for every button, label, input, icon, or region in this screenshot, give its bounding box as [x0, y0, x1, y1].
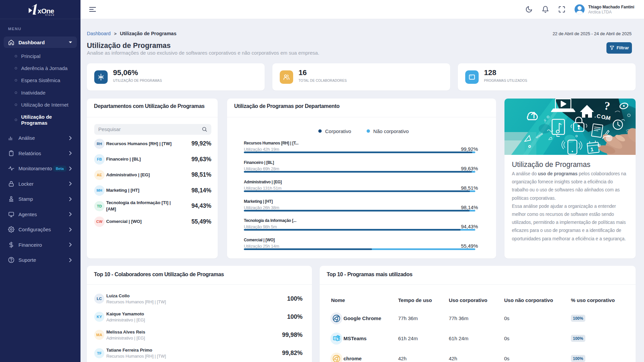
svg-text:1: 1	[590, 146, 594, 153]
svg-text:Cloud: Cloud	[45, 14, 55, 16]
